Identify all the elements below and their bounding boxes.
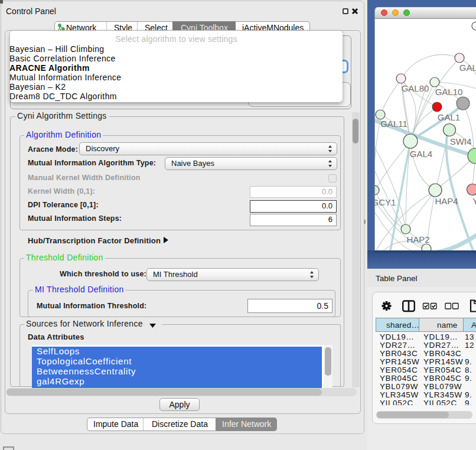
svg-text:GAL4: GAL4 <box>410 149 432 159</box>
svg-text:GAL10: GAL10 <box>435 87 463 97</box>
svg-text:GAL1: GAL1 <box>438 112 460 122</box>
svg-text:HAP2: HAP2 <box>406 234 429 244</box>
svg-text:GAL80: GAL80 <box>402 83 429 93</box>
svg-text:Y: Y <box>472 196 476 206</box>
svg-text:SWI4: SWI4 <box>450 136 472 146</box>
svg-text:HAP4: HAP4 <box>435 196 458 206</box>
svg-text:GAL11: GAL11 <box>380 119 407 129</box>
svg-text:GCY1: GCY1 <box>375 197 396 207</box>
svg-text:GAL7: GAL7 <box>459 63 476 73</box>
